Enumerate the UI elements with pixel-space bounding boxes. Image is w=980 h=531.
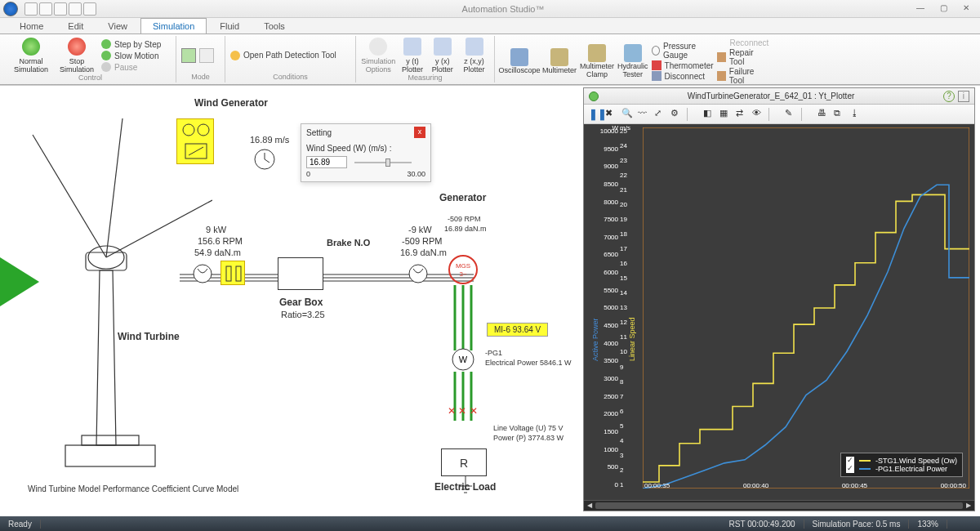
tool-button[interactable]: ⇄ <box>736 108 749 121</box>
load-block[interactable]: R <box>441 448 487 476</box>
setting-dialog[interactable]: Settingx Wind Speed (W) (m/s) : 030.00 <box>301 123 431 182</box>
qat-button[interactable] <box>69 2 82 16</box>
print-button[interactable]: 🖶 <box>817 108 831 121</box>
wind-speed-readout: 16.89 m/s <box>250 135 289 145</box>
qat-button[interactable] <box>39 2 52 16</box>
pause-icon <box>101 62 111 72</box>
status-bar: Ready RST 00:00:49.200 Simulation Pace: … <box>0 516 980 531</box>
stop-icon <box>68 38 86 56</box>
drivetrain-diagram: 9 kW 156.6 RPM 54.9 daN.m Brake N.O Gear… <box>180 257 531 470</box>
group-label: Mode <box>181 73 220 81</box>
pause-plot-button[interactable]: ❚❚ <box>589 108 602 121</box>
svg-text:3~: 3~ <box>459 270 466 278</box>
tab-view[interactable]: View <box>96 19 139 33</box>
svg-rect-32 <box>643 127 969 489</box>
maximize-button[interactable]: ▢ <box>933 2 954 16</box>
thermometer-button[interactable]: Thermometer <box>652 60 714 70</box>
clutch-component[interactable] <box>220 261 245 285</box>
disconnect-button[interactable]: Disconnect <box>652 71 714 81</box>
step-by-step-button[interactable]: Step by Step <box>101 39 161 49</box>
plotter-panel[interactable]: WindTurbineGenerator_E_642_01 : Yt_Plott… <box>583 87 975 511</box>
zxy-plotter-button[interactable]: z (x,y) Plotter <box>459 38 489 74</box>
mode-button[interactable] <box>199 48 214 63</box>
plot-icon <box>466 38 483 56</box>
svg-point-15 <box>409 265 427 283</box>
diagram-canvas[interactable]: Wind Generator 16.89 m/s <box>0 86 980 516</box>
yt-plotter-button[interactable]: y (t) Plotter <box>399 38 426 74</box>
tab-fluid[interactable]: Fluid <box>208 19 251 33</box>
failure-tool-button[interactable]: Failure Tool <box>717 67 769 85</box>
repair-tool-button[interactable]: Repair Tool <box>717 48 769 66</box>
open-path-detection-button[interactable]: Open Path Detection Tool <box>230 51 336 60</box>
gearbox-block[interactable] <box>278 257 323 290</box>
tool-button[interactable]: ✖ <box>605 108 618 121</box>
step-icon <box>101 39 111 49</box>
generator-label: Generator <box>439 192 486 203</box>
status-pace: Simulation Pace: 0.5 ms <box>804 520 910 529</box>
qat-button[interactable] <box>83 2 96 16</box>
export-button[interactable]: ⭳ <box>850 108 863 121</box>
tool-button[interactable]: ⚙ <box>670 108 684 121</box>
tab-home[interactable]: Home <box>8 19 55 33</box>
tool-button[interactable]: ⤢ <box>654 108 667 121</box>
simulation-options-button[interactable]: Simulation Options <box>361 38 396 74</box>
slow-motion-button[interactable]: Slow Motion <box>101 51 161 60</box>
info-icon[interactable]: i <box>958 91 969 102</box>
pressure-gauge-button[interactable]: Pressure Gauge <box>652 42 714 60</box>
gen-shaft-rpm: -509 RPM <box>448 215 481 223</box>
tab-edit[interactable]: Edit <box>56 19 95 33</box>
close-button[interactable]: ✕ <box>956 2 977 16</box>
mgs-generator-icon[interactable]: MGS3~ <box>448 254 479 285</box>
status-zoom[interactable]: 133% <box>909 520 947 529</box>
tool-button[interactable]: 〰 <box>638 108 651 121</box>
minimize-button[interactable]: — <box>910 2 931 16</box>
tool-button[interactable]: ▦ <box>719 108 733 121</box>
mi6-voltage-readout: MI-6 93.64 V <box>487 323 548 337</box>
mode-button[interactable] <box>181 48 196 63</box>
qat-button[interactable] <box>54 2 67 16</box>
pause-button[interactable]: Pause <box>101 62 161 72</box>
yx-plotter-button[interactable]: y (x) Plotter <box>429 38 456 74</box>
oscilloscope-button[interactable]: Oscilloscope <box>500 48 539 74</box>
plot-icon <box>403 38 421 56</box>
windspeed-slider[interactable] <box>354 158 412 167</box>
normal-simulation-button[interactable]: Normal Simulation <box>10 38 52 74</box>
wind-turbine-label: Wind Turbine <box>118 331 180 342</box>
dialog-title: Setting <box>306 128 332 137</box>
x-axis: 00:00:3500:00:4000:00:4500:00:50 <box>644 482 966 489</box>
scroll-left-icon[interactable]: ◀ <box>586 502 594 510</box>
tool-button[interactable]: ✎ <box>785 108 798 121</box>
zoom-tool-button[interactable]: 🔍 <box>621 108 635 121</box>
group-label: Conditions <box>230 73 350 81</box>
legend-checkbox[interactable] <box>846 465 854 473</box>
run-status-icon <box>589 91 599 101</box>
hydraulic-tester-button[interactable]: Hydraulic Tester <box>617 44 648 78</box>
qat-button[interactable] <box>24 2 38 16</box>
plot-area[interactable] <box>643 124 974 500</box>
plot-scrollbar[interactable]: ◀ ▶ <box>584 500 974 511</box>
reconnect-button[interactable]: Reconnect <box>717 38 769 47</box>
tab-tools[interactable]: Tools <box>252 19 296 33</box>
stop-simulation-button[interactable]: Stop Simulation <box>56 38 98 74</box>
svg-rect-8 <box>82 435 139 445</box>
group-label: Control <box>10 74 171 82</box>
generator-power: -9 kW <box>408 225 432 234</box>
pg1-label: -PG1 <box>485 349 502 357</box>
chart-legend[interactable]: -STG1.Wind Speed (Ow) -PG1.Electrical Po… <box>840 453 963 477</box>
tool-button[interactable]: 👁 <box>752 108 765 121</box>
tab-simulation[interactable]: Simulation <box>140 18 207 33</box>
tool-button[interactable]: ◧ <box>703 108 716 121</box>
copy-button[interactable]: ⧉ <box>834 108 847 121</box>
multimeter-clamp-button[interactable]: Multimeter Clamp <box>580 44 614 78</box>
gearbox-ratio: Ratio=3.25 <box>281 310 325 319</box>
multimeter-button[interactable]: Multimeter <box>542 48 577 74</box>
meter-icon <box>550 48 568 66</box>
status-ready: Ready <box>0 520 41 529</box>
wattmeter-icon[interactable]: W <box>451 347 475 372</box>
windspeed-input[interactable] <box>306 156 347 168</box>
help-icon[interactable]: ? <box>943 91 955 102</box>
scroll-right-icon[interactable]: ▶ <box>964 502 973 510</box>
svg-rect-14 <box>236 266 241 281</box>
reconnect-icon <box>717 38 727 47</box>
dialog-close-button[interactable]: x <box>414 127 425 138</box>
